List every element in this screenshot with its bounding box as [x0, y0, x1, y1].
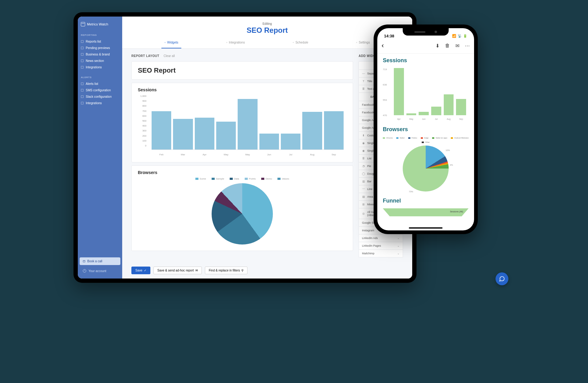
- legend-item: Sample: [212, 177, 224, 180]
- alerts-header: ALERTS: [78, 70, 122, 81]
- sidebar-item[interactable]: Integrations: [78, 64, 122, 70]
- mobile-sessions-title: Sessions: [383, 57, 469, 64]
- brand-name: Metrics Watch: [87, 22, 108, 26]
- sessions-chart-card[interactable]: Sessions 1,00090080070060050040030020010…: [131, 83, 353, 162]
- logo-icon: [81, 22, 85, 26]
- book-call-button[interactable]: Book a call: [80, 257, 120, 265]
- sidebar-item[interactable]: News section: [78, 58, 122, 64]
- widget-icon: ◉: [362, 142, 365, 145]
- bar: [394, 68, 404, 115]
- svg-rect-5: [81, 83, 83, 85]
- reporting-header: REPORTING: [78, 28, 122, 38]
- archive-icon[interactable]: ⬇: [435, 43, 439, 49]
- chevron-icon: ⌄: [397, 244, 400, 247]
- sidebar-item[interactable]: Alerts list: [78, 81, 122, 87]
- power-icon: [83, 269, 86, 273]
- bar: [431, 107, 441, 115]
- more-icon[interactable]: ⋯: [465, 43, 470, 49]
- mail-icon[interactable]: ✉: [455, 43, 459, 49]
- legend-item: Android Webview: [451, 137, 469, 139]
- back-button[interactable]: ‹: [382, 42, 384, 50]
- widget-icon: T: [362, 80, 365, 83]
- report-title-card[interactable]: SEO Report: [131, 61, 353, 80]
- bar: [406, 113, 417, 115]
- mobile-sessions-chart: 470553636719AprMayJunJulAugSep: [391, 68, 469, 120]
- svg-rect-2: [81, 53, 83, 55]
- svg-rect-6: [81, 89, 83, 91]
- tab[interactable]: ▫Schedule: [290, 37, 311, 48]
- tab[interactable]: ▫Widgets: [161, 37, 181, 48]
- account-link[interactable]: Your account: [80, 267, 120, 275]
- legend-item: Safari (in-app): [432, 137, 447, 139]
- widget-icon: ≣: [362, 87, 365, 90]
- legend-item: Demo: [261, 177, 272, 180]
- check-icon: ✓: [144, 269, 146, 272]
- bar: [324, 111, 344, 150]
- chat-fab[interactable]: [496, 272, 508, 285]
- funnel-bar: Sessions (All): [383, 208, 469, 216]
- tab-bar: ▫Widgets▫Integrations▫Schedule▫Settings: [122, 37, 412, 49]
- legend-item: Other: [422, 141, 430, 143]
- brand-logo[interactable]: Metrics Watch: [78, 20, 122, 28]
- svg-rect-4: [81, 66, 83, 68]
- page-header: Editing SEO Report ▫Widgets▫Integrations…: [122, 17, 412, 49]
- legend-item: Some: [195, 177, 206, 180]
- sidebar-item[interactable]: Reports list: [78, 38, 122, 45]
- page-title: SEO Report: [122, 26, 412, 35]
- bar: [302, 112, 322, 150]
- sidebar-item[interactable]: Slack configuration: [78, 93, 122, 100]
- bar: [259, 134, 279, 150]
- chat-icon: [499, 276, 505, 282]
- widget-icon: ◎: [362, 212, 365, 215]
- status-icons: 📶 📡 🔋: [452, 34, 467, 38]
- save-send-button[interactable]: Save & send ad-hoc report ✉: [153, 267, 202, 274]
- pie-legend: SomeSampleDataPointsDemoValues: [138, 177, 347, 180]
- pie-label: 4%: [450, 164, 453, 166]
- save-button[interactable]: Save ✓: [131, 267, 150, 274]
- bar: [195, 118, 214, 150]
- sidebar-item[interactable]: Integrations: [78, 100, 122, 106]
- tab[interactable]: ▫Integrations: [223, 37, 248, 48]
- calendar-icon: [83, 260, 85, 263]
- status-time: 14:38: [384, 34, 394, 38]
- svg-rect-9: [83, 260, 85, 262]
- legend-item: Values: [277, 177, 289, 180]
- mobile-pie-container: 16% 4% 75%: [403, 146, 449, 192]
- widget-icon: ▥: [362, 180, 365, 183]
- svg-rect-3: [81, 60, 83, 62]
- widget-icon: ◯: [362, 172, 365, 175]
- report-layout-header: REPORT LAYOUT: [131, 54, 159, 58]
- tab-icon: ▫: [293, 41, 294, 44]
- svg-rect-1: [81, 47, 83, 49]
- sidebar-item[interactable]: SMS configuration: [78, 87, 122, 93]
- pie-label: 75%: [409, 191, 413, 193]
- data-source[interactable]: Mailchimp⌄: [359, 250, 403, 257]
- browsers-chart-card[interactable]: Browsers SomeSampleDataPointsDemoValues: [131, 165, 353, 251]
- legend-item: Edge: [421, 137, 428, 139]
- bar: [419, 112, 429, 115]
- delete-icon[interactable]: 🗑: [445, 43, 450, 49]
- mobile-toolbar: ‹ ⬇ 🗑 ✉ ⋯: [377, 40, 474, 54]
- widget-icon: —: [362, 72, 365, 75]
- editing-label: Editing: [122, 22, 412, 25]
- data-source[interactable]: LinkedIn Ads⌄: [359, 234, 403, 242]
- svg-rect-7: [81, 96, 83, 98]
- svg-rect-8: [81, 102, 83, 104]
- sidebar-item[interactable]: Business & brand: [78, 51, 122, 58]
- sidebar-item[interactable]: Pending previews: [78, 45, 122, 51]
- home-indicator[interactable]: [409, 227, 443, 229]
- battery-icon: 🔋: [463, 34, 467, 38]
- mobile-browsers-title: Browsers: [383, 126, 469, 133]
- bar: [456, 99, 466, 115]
- tab-icon: ▫: [164, 41, 166, 44]
- mobile-funnel-title: Funnel: [383, 198, 469, 204]
- data-source[interactable]: LinkedIn Pages⌄: [359, 242, 403, 250]
- browsers-pie-chart: [212, 183, 273, 245]
- find-replace-button[interactable]: Find & replace in filters ⚲: [205, 267, 248, 274]
- clear-all-link[interactable]: Clear all: [164, 54, 175, 58]
- tab-icon: ▫: [226, 41, 228, 44]
- widget-icon: ◉: [362, 149, 365, 152]
- mobile-frame: 14:38 📶 📡 🔋 ‹ ⬇ 🗑 ✉ ⋯ Sessions 470553636…: [374, 25, 478, 234]
- tab[interactable]: ▫Settings: [353, 37, 373, 48]
- widget-icon: ⬇: [362, 134, 365, 137]
